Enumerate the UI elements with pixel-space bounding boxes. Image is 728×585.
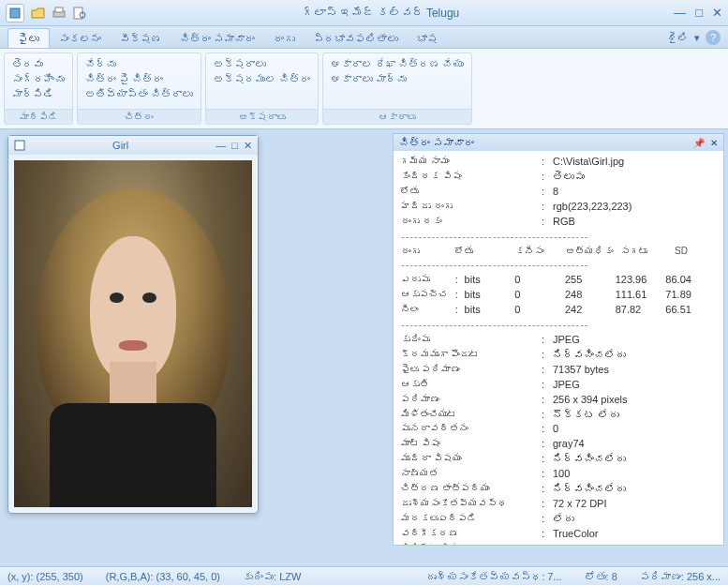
- ribbon-group-convert: తెరవు సంగ్రహించు మార్పిడి మార్పిడి: [4, 52, 73, 125]
- window-controls: — □ ✕: [674, 6, 722, 20]
- property-row: మిళితంచేయుట:నొక్కట లేదు: [401, 408, 716, 423]
- property-row: పునరావర్తనం:0: [401, 422, 716, 437]
- child-minimize-button[interactable]: —: [215, 140, 226, 152]
- chars-button[interactable]: అక్షరాలు: [214, 57, 310, 70]
- property-row: మాట్ విషం:gray74: [401, 437, 716, 452]
- property-row: ఫైలు పరిమాణం:71357 bytes: [401, 363, 716, 378]
- image-window-title: Girl: [25, 140, 215, 151]
- status-bar: (x, y): (255, 350) (R,G,B,A): (33, 60, 4…: [0, 566, 728, 585]
- property-row: పరిమాణం:256 x 394 pixels: [401, 393, 716, 408]
- properties-title: చిత్రం సమాచారం: [399, 137, 693, 148]
- image-viewport[interactable]: [14, 160, 252, 507]
- properties-panel: చిత్రం సమాచారం 📌 ✕ గమ్య నామం:C:\Vista\Gi…: [393, 133, 724, 546]
- close-button[interactable]: ✕: [712, 6, 722, 20]
- child-close-button[interactable]: ✕: [244, 140, 252, 152]
- property-row: ముద్రా విషయం:నిర్వచించలేదు: [401, 452, 716, 467]
- help-button[interactable]: ?: [706, 30, 721, 45]
- draw-shapes-button[interactable]: ఆకారాల రేఖా చిత్రణ చేయు: [331, 57, 464, 70]
- capture-button[interactable]: సంగ్రహించు: [12, 72, 65, 85]
- tab-color[interactable]: రంగు: [264, 29, 305, 48]
- property-row: మరకలుఏర్పడి:లేదు: [401, 512, 716, 527]
- property-row: కేంద్రక విషం:తెలుపు: [401, 170, 716, 185]
- properties-titlebar[interactable]: చిత్రం సమాచారం 📌 ✕: [394, 134, 723, 151]
- chars-image-button[interactable]: అక్షరముల చిత్రం: [214, 72, 310, 85]
- app-icon: [9, 8, 21, 19]
- property-row: దృశ్యసంకేతవ్యవస్థ:72 x 72 DPI: [401, 497, 716, 512]
- status-rgba: (R,G,B,A): (33, 60, 45, 0): [106, 571, 220, 582]
- property-row: క్రమముగా పొందుట:నిర్వచించలేదు: [401, 348, 716, 363]
- status-depth: లోతు: 8: [585, 571, 617, 582]
- status-xy: (x, y): (255, 350): [7, 571, 83, 582]
- ribbon-tabs: ఫైలు సంకలనం వీక్షణ చిత్రం సమాచారం రంగు ప…: [0, 26, 728, 49]
- tab-effects[interactable]: ప్రభావఫలితాలు: [305, 29, 408, 48]
- property-row: ఆకృతి:JPEG: [401, 378, 716, 393]
- properties-body[interactable]: గమ్య నామం:C:\Vista\Girl.jpgకేంద్రక విషం:…: [394, 151, 723, 545]
- status-size: పరిమాణం: 256 x...: [640, 571, 721, 582]
- tab-image-info[interactable]: చిత్రం సమాచారం: [171, 29, 264, 48]
- divider: ----------------------------------------…: [401, 230, 716, 245]
- group-title: అక్షరాలు: [206, 109, 318, 124]
- open-button[interactable]: తెరవు: [12, 57, 65, 70]
- property-row: నాణ్యత:100: [401, 467, 716, 482]
- property-row: హద్దు రంగు:rgb(223,223,223): [401, 200, 716, 215]
- child-maximize-button[interactable]: □: [231, 140, 238, 152]
- change-shapes-button[interactable]: ఆకారాలు మార్చు: [331, 72, 464, 85]
- pin-icon[interactable]: 📌: [693, 138, 705, 148]
- ribbon-group-chars: అక్షరాలు అక్షరముల చిత్రం అక్షరాలు: [205, 52, 319, 125]
- group-title: ఆకారాలు: [323, 109, 471, 124]
- image-window[interactable]: Girl — □ ✕: [7, 135, 259, 514]
- property-row: గమ్య నామం:C:\Vista\Girl.jpg: [401, 155, 716, 170]
- tab-edit[interactable]: సంకలనం: [50, 29, 111, 48]
- quick-access-toolbar: [30, 5, 88, 22]
- tab-file[interactable]: ఫైలు: [7, 28, 50, 48]
- group-title: మార్పిడి: [5, 109, 72, 124]
- stat-row: నీలం:bits024287.8266.51: [401, 303, 716, 318]
- svg-rect-2: [55, 8, 63, 12]
- tab-language[interactable]: భాష: [408, 29, 447, 48]
- stats-header: రంగు లోతు కనీసం అత్యధికం సగటు SD: [401, 245, 716, 259]
- tab-view[interactable]: వీక్షణ: [111, 29, 171, 48]
- divider: ----------------------------------------…: [401, 318, 716, 333]
- chevron-down-icon[interactable]: ▾: [694, 32, 700, 44]
- stat-row: ఆకుపచ్చ:bits0248111.6171.89: [401, 288, 716, 303]
- divider: ----------------------------------------…: [401, 258, 716, 273]
- image-window-titlebar[interactable]: Girl — □ ✕: [8, 136, 258, 155]
- app-menu-button[interactable]: [6, 4, 24, 22]
- preview-icon[interactable]: [71, 5, 88, 22]
- doc-icon: [14, 140, 25, 151]
- panel-close-icon[interactable]: ✕: [710, 138, 718, 148]
- minimize-button[interactable]: —: [674, 6, 686, 20]
- property-row: చిత్రణ తాత్పర్యం:నిర్వచించలేదు: [401, 482, 716, 497]
- stat-row: ఎరుపు:bits0255123.9686.04: [401, 273, 716, 288]
- style-dropdown[interactable]: శైలి: [667, 32, 689, 43]
- open-icon[interactable]: [30, 5, 47, 22]
- group-title: చిత్రం: [78, 109, 201, 124]
- workspace: Girl — □ ✕ చిత్రం సమాచారం 📌 ✕ గమ్య నామం:…: [0, 129, 728, 566]
- status-resolution: దృశ్యసంకేతవ్యవస్థ: 7...: [426, 571, 561, 582]
- maximize-button[interactable]: □: [695, 6, 703, 20]
- titlebar: గ్లాస్ ఇమేజ్ కల్వర్ Telugu — □ ✕: [0, 0, 728, 26]
- property-row: వర్గీకరణ:TrueColor: [401, 527, 716, 542]
- property-row: లోతు:8: [401, 185, 716, 200]
- ribbon-group-image: చేర్చు చిత్రం పై చిత్రం అతివ్యాప్తం చిత్…: [77, 52, 201, 125]
- ribbon: తెరవు సంగ్రహించు మార్పిడి మార్పిడి చేర్చ…: [0, 49, 728, 129]
- print-icon[interactable]: [51, 5, 67, 22]
- property-row: కుదింపు:JPEG: [401, 333, 716, 348]
- ribbon-group-shapes: ఆకారాల రేఖా చిత్రణ చేయు ఆకారాలు మార్చు ఆ…: [322, 52, 472, 125]
- svg-rect-0: [10, 8, 20, 18]
- property-row: విశిష్ట విషాలు:51656: [401, 542, 716, 545]
- property-row: రంగు రకం:RGB: [401, 215, 716, 230]
- overlay-images-button[interactable]: అతివ్యాప్తం చిత్రాలు: [85, 87, 193, 100]
- status-compression: కుదింపు: LZW: [243, 571, 301, 582]
- window-title: గ్లాస్ ఇమేజ్ కల్వర్ Telugu: [88, 7, 674, 20]
- convert-button[interactable]: మార్పిడి: [12, 87, 65, 100]
- image-on-image-button[interactable]: చిత్రం పై చిత్రం: [85, 72, 193, 85]
- svg-rect-5: [15, 141, 24, 150]
- add-button[interactable]: చేర్చు: [85, 57, 193, 70]
